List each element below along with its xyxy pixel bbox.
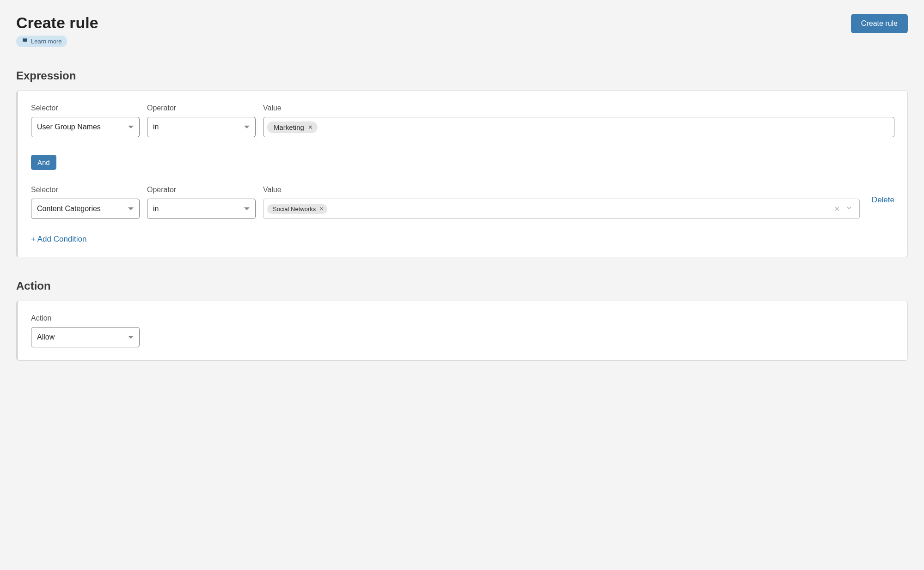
caret-down-icon — [244, 207, 250, 210]
expression-section-title: Expression — [16, 69, 908, 82]
caret-down-icon — [128, 336, 134, 339]
boolean-joiner[interactable]: And — [31, 155, 56, 170]
caret-down-icon — [128, 126, 134, 128]
selector-field: Selector Content Categories — [31, 186, 140, 219]
action-field: Action Allow — [31, 314, 894, 347]
multiselect-controls: ✕ — [834, 204, 856, 213]
operator-dropdown[interactable]: in — [147, 117, 256, 137]
page-title: Create rule — [16, 14, 98, 32]
chevron-down-icon[interactable] — [845, 204, 853, 213]
operator-field: Operator in — [147, 186, 256, 219]
selector-dropdown[interactable]: Content Categories — [31, 199, 140, 219]
create-rule-button[interactable]: Create rule — [851, 14, 908, 33]
tag-label: Marketing — [274, 123, 304, 131]
value-label: Value — [263, 186, 860, 194]
value-multiselect[interactable]: Social Networks ✕ ✕ — [263, 199, 860, 219]
title-block: Create rule Learn more — [16, 14, 98, 47]
value-input[interactable]: Marketing ✕ — [263, 117, 894, 137]
expression-panel: Selector User Group Names Operator in Va… — [16, 91, 908, 257]
remove-tag-icon[interactable]: ✕ — [319, 206, 324, 212]
clear-all-icon[interactable]: ✕ — [834, 205, 840, 213]
condition-row: Selector User Group Names Operator in Va… — [31, 104, 894, 137]
selector-dropdown[interactable]: User Group Names — [31, 117, 140, 137]
action-value: Allow — [37, 333, 55, 341]
page-header: Create rule Learn more Create rule — [16, 14, 908, 47]
operator-value: in — [153, 123, 159, 131]
add-condition-link[interactable]: + Add Condition — [31, 235, 87, 244]
selector-field: Selector User Group Names — [31, 104, 140, 137]
value-tag[interactable]: Marketing ✕ — [267, 121, 318, 133]
value-field: Value Marketing ✕ — [263, 104, 894, 137]
learn-more-link[interactable]: Learn more — [16, 36, 67, 47]
learn-more-label: Learn more — [31, 38, 61, 45]
remove-tag-icon[interactable]: ✕ — [308, 124, 313, 130]
action-dropdown[interactable]: Allow — [31, 327, 140, 347]
delete-condition-link[interactable]: Delete — [872, 195, 894, 209]
condition-row: Selector Content Categories Operator in … — [31, 186, 894, 219]
selector-value: Content Categories — [37, 205, 101, 213]
selector-label: Selector — [31, 104, 140, 112]
operator-label: Operator — [147, 186, 256, 194]
value-label: Value — [263, 104, 894, 112]
selector-value: User Group Names — [37, 123, 101, 131]
book-icon — [22, 37, 28, 45]
operator-value: in — [153, 205, 159, 213]
value-field: Value Social Networks ✕ ✕ — [263, 186, 860, 219]
action-section-title: Action — [16, 279, 908, 292]
caret-down-icon — [244, 126, 250, 128]
value-tag[interactable]: Social Networks ✕ — [267, 204, 327, 214]
operator-dropdown[interactable]: in — [147, 199, 256, 219]
operator-label: Operator — [147, 104, 256, 112]
operator-field: Operator in — [147, 104, 256, 137]
tag-label: Social Networks — [273, 206, 316, 212]
action-panel: Action Allow — [16, 301, 908, 361]
selector-label: Selector — [31, 186, 140, 194]
action-label: Action — [31, 314, 894, 322]
caret-down-icon — [128, 207, 134, 210]
